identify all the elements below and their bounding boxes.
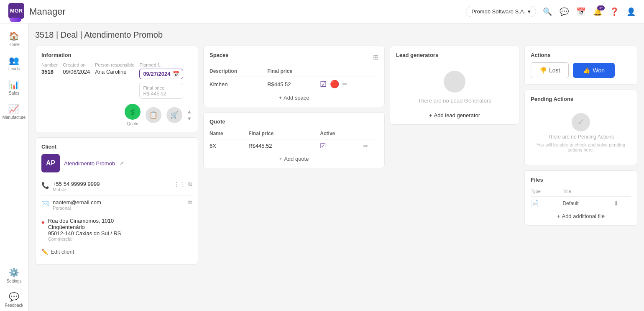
spaces-table: Description Final price Kitchen R$445.52… [210, 67, 378, 91]
chevron-down-icon: ▾ [528, 8, 531, 15]
col1: Information Number 3518 Created on 09/06… [35, 46, 198, 265]
file-type-icon: 📄 [531, 197, 562, 210]
address-details: Rua dos Cinamomos, 1010 Cinqüentenário 9… [48, 218, 121, 242]
step-3-circle: 🛒 [166, 107, 182, 123]
add-additional-file-button[interactable]: + Add additional file [531, 210, 631, 219]
logo-area: MGR Manager [8, 3, 66, 21]
lead-gen-avatar [444, 71, 465, 93]
copy-icon[interactable]: ⧉ [188, 181, 192, 188]
sales-icon: 📊 [9, 80, 19, 90]
search-icon[interactable]: 🔍 [543, 7, 552, 16]
phone-icon: 📞 [41, 182, 49, 189]
pending-empty: ✓ There are no Pending Actions You will … [531, 106, 631, 159]
quote-col-price: Final price [248, 129, 320, 139]
thumbs-down-icon: 👎 [539, 67, 547, 74]
scroll-down-icon: ▼ [187, 116, 192, 122]
header-right: Promob Software S.A. ▾ 🔍 💬 📅 🔔 9+ ❓ 👤 [466, 6, 636, 17]
logo-pill [10, 18, 21, 22]
col3: Lead generators There are no Lead Genera… [390, 46, 519, 265]
notifications-icon[interactable]: 🔔 9+ [593, 7, 602, 16]
space-row-actions: ☑ 🔴 ✏ [320, 77, 378, 92]
active-checkbox[interactable]: ☑ [320, 142, 326, 149]
person-responsible-label: Person responsible [95, 62, 134, 67]
planned-date-col: Planned f... 09/27/2024 📅 Final price R$… [139, 62, 183, 99]
quote-edit-icon[interactable]: ✏ [363, 142, 368, 149]
copy-email-icon[interactable]: ⧉ [188, 199, 192, 206]
actions-card: Actions 👎 Lost 👍 Won [524, 46, 637, 85]
created-on-col: Created on 09/06/2024 [63, 62, 90, 75]
sidebar-item-feedback[interactable]: 💬 Feedback [0, 288, 28, 311]
quote-col-edit [363, 129, 378, 139]
col4: Actions 👎 Lost 👍 Won Pending Actions ✓ [524, 46, 637, 265]
add-lead-generator-button[interactable]: + Add lead generator [396, 112, 513, 118]
col2: Spaces ⊞ Description Final price Kitchen [203, 46, 385, 265]
pipeline-step-quote[interactable]: 💲 Quote [125, 104, 141, 126]
download-icon[interactable]: ⬇ [613, 200, 619, 207]
grid-icon[interactable]: ⋮⋮ [174, 181, 185, 188]
files-table: Type Title 📄 Default ⬇ [531, 187, 631, 210]
planned-date-value: 09/27/2024 [143, 71, 170, 77]
files-card: Files Type Title 📄 [524, 170, 637, 226]
spaces-header: Spaces ⊞ [210, 52, 378, 62]
space-edit-icon[interactable]: ✏ [342, 80, 348, 88]
space-status-icon[interactable]: 🔴 [330, 80, 339, 89]
number-col: Number 3518 [41, 62, 58, 75]
created-on-label: Created on [63, 62, 90, 67]
edit-icon: ✏️ [41, 249, 48, 255]
chat-icon[interactable]: 💬 [560, 7, 569, 16]
sidebar-item-label: Home [8, 42, 20, 47]
step-2-circle: 📋 [146, 107, 161, 123]
files-col-title: Title [562, 187, 613, 197]
address-row: ♦ Rua dos Cinamomos, 1010 Cinqüentenário… [41, 214, 192, 245]
number-label: Number [41, 62, 58, 67]
pipeline-step-2[interactable]: 📋 [146, 107, 161, 123]
sidebar-item-settings[interactable]: ⚙️ Settings [0, 264, 28, 287]
email-info: ✉️ naotem@email.com Personal [41, 199, 101, 211]
pipeline-step-3[interactable]: 🛒 [166, 107, 182, 123]
sidebar-item-sales[interactable]: 📊 Sales [0, 76, 28, 99]
space-price: R$445.52 [267, 77, 320, 92]
address-line2: Cinqüentenário [48, 224, 121, 230]
address-line3: 95012-140 Caxias do Sul / RS [48, 230, 121, 236]
thumbs-up-icon: 👍 [583, 67, 590, 74]
document-icon: 📄 [531, 200, 539, 207]
lost-button[interactable]: 👎 Lost [531, 62, 569, 78]
edit-client-button[interactable]: ✏️ Edit client [41, 245, 192, 258]
lead-generators-title: Lead generators [396, 52, 513, 58]
sidebar-item-home[interactable]: 🏠 Home [0, 28, 28, 50]
phone-row: 📞 +55 54 99999 9999 Mobile ⋮⋮ ⧉ [41, 177, 192, 196]
space-checkbox[interactable]: ☑ [320, 80, 327, 89]
pipeline-scroll[interactable]: ▲ ▼ [187, 108, 192, 122]
add-quote-button[interactable]: + Add quote [210, 152, 378, 162]
calendar-icon[interactable]: 📅 [576, 7, 585, 16]
grid-view-icon[interactable]: ⊞ [373, 53, 378, 61]
lead-generators-card: Lead generators There are no Lead Genera… [390, 46, 519, 125]
sidebar-item-manufacture[interactable]: 📈 Manufacture [0, 100, 28, 123]
sidebar-item-leads[interactable]: 👥 Leads [0, 52, 28, 75]
step-quote-circle: 💲 [125, 104, 141, 120]
actions-title: Actions [531, 52, 631, 58]
quote-active: ☑ [320, 139, 363, 153]
won-button[interactable]: 👍 Won [573, 63, 615, 78]
pipeline: 💲 Quote 📋 🛒 ▲ ▼ [125, 104, 192, 126]
sidebar: 🏠 Home 👥 Leads 📊 Sales 📈 Manufacture ⚙️ … [0, 23, 28, 311]
table-row: 6X R$445.52 ☑ ✏ [210, 139, 378, 153]
quote-price: R$445.52 [248, 139, 320, 153]
planned-date-input[interactable]: 09/27/2024 📅 [139, 69, 183, 79]
quote-col-active: Active [320, 129, 363, 139]
user-avatar-icon[interactable]: 👤 [626, 7, 636, 16]
client-name-link[interactable]: Atendimento Promob [64, 160, 115, 167]
client-avatar: AP [41, 154, 60, 172]
help-icon[interactable]: ❓ [610, 7, 619, 16]
files-title: Files [531, 177, 631, 183]
top-header: MGR Manager Promob Software S.A. ▾ 🔍 💬 📅… [0, 0, 644, 23]
notification-badge: 9+ [597, 5, 605, 10]
final-price-box: Final price R$ 445.52 [139, 83, 183, 99]
quote-table: Name Final price Active 6X R$445.52 ☑ [210, 129, 378, 152]
space-description: Kitchen [210, 77, 267, 92]
company-selector[interactable]: Promob Software S.A. ▾ [466, 6, 536, 17]
person-responsible-col: Person responsible Ana Caroline [95, 62, 134, 75]
page-title: 3518 | Deal | Atendimento Promob [35, 30, 637, 40]
email-icon: ✉️ [41, 200, 49, 208]
add-space-button[interactable]: + Add space [210, 91, 378, 101]
